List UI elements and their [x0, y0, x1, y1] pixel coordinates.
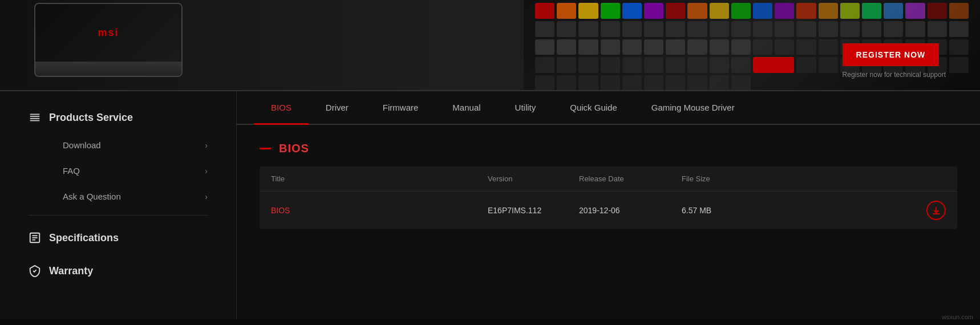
warranty-icon — [29, 265, 41, 277]
tab-driver[interactable]: Driver — [309, 91, 366, 124]
chevron-right-icon: › — [205, 192, 208, 201]
chevron-right-icon: › — [205, 141, 208, 150]
sidebar-item-faq-label: FAQ — [63, 166, 80, 176]
sidebar-items-list: Download › FAQ › Ask a Question › — [0, 132, 236, 209]
col-header-version: Version — [488, 174, 579, 183]
tab-bios[interactable]: BIOS — [254, 91, 309, 124]
bios-section-title: BIOS — [260, 142, 957, 155]
sidebar-warranty[interactable]: Warranty — [0, 254, 236, 287]
sidebar-item-download[interactable]: Download › — [0, 132, 236, 158]
products-service-label: Products Service — [49, 112, 133, 124]
products-service-icon — [29, 111, 41, 124]
tab-utility[interactable]: Utility — [498, 91, 553, 124]
tabs-bar: BIOS Driver Firmware Manual Utility Quic… — [237, 91, 980, 125]
bios-title-text: BIOS — [279, 142, 309, 155]
tab-quick-guide[interactable]: Quick Guide — [553, 91, 634, 124]
sidebar-item-ask-question[interactable]: Ask a Question › — [0, 184, 236, 209]
bios-row-version: E16P7IMS.112 — [488, 206, 579, 215]
bios-table: Title Version Release Date File Size BIO… — [260, 166, 957, 229]
hero-banner: msi — [0, 0, 980, 91]
sidebar-products-service[interactable]: Products Service — [0, 103, 236, 132]
col-header-size: File Size — [682, 174, 784, 183]
watermark: wsxun.com — [942, 314, 973, 319]
laptop-brand: msi — [35, 4, 181, 62]
sidebar-item-download-label: Download — [63, 140, 101, 150]
register-subtitle: Register now for technical support — [843, 71, 946, 79]
sidebar: Products Service Download › FAQ › Ask a … — [0, 91, 237, 319]
sidebar-divider — [29, 215, 208, 216]
red-dash-decoration — [260, 148, 271, 149]
specifications-label: Specifications — [49, 232, 119, 244]
download-arrow-icon — [932, 206, 941, 215]
chevron-right-icon: › — [205, 166, 208, 176]
table-row: BIOS E16P7IMS.112 2019-12-06 6.57 MB — [260, 192, 957, 229]
content-area: BIOS Driver Firmware Manual Utility Quic… — [237, 91, 980, 319]
bios-row-date: 2019-12-06 — [579, 206, 682, 215]
col-header-title: Title — [271, 174, 488, 183]
tab-gaming-mouse-driver[interactable]: Gaming Mouse Driver — [634, 91, 752, 124]
register-section: REGISTER NOW Register now for technical … — [843, 43, 946, 79]
sidebar-specifications[interactable]: Specifications — [0, 221, 236, 254]
bios-row-size: 6.57 MB — [682, 206, 784, 215]
bios-row-title: BIOS — [271, 206, 488, 215]
bios-title-link[interactable]: BIOS — [271, 206, 290, 215]
tab-manual[interactable]: Manual — [435, 91, 497, 124]
main-layout: Products Service Download › FAQ › Ask a … — [0, 91, 980, 319]
bios-content: BIOS Title Version Release Date File Siz… — [237, 125, 980, 246]
tab-firmware[interactable]: Firmware — [366, 91, 436, 124]
hero-laptop-image: msi — [34, 3, 205, 83]
register-now-button[interactable]: REGISTER NOW — [843, 43, 939, 66]
sidebar-item-faq[interactable]: FAQ › — [0, 158, 236, 184]
sidebar-item-ask-label: Ask a Question — [63, 192, 121, 201]
specifications-icon — [29, 231, 41, 244]
bios-download-button[interactable] — [926, 201, 946, 220]
bios-row-action — [784, 201, 946, 220]
warranty-label: Warranty — [49, 265, 93, 277]
col-header-date: Release Date — [579, 174, 682, 183]
table-header-row: Title Version Release Date File Size — [260, 166, 957, 192]
